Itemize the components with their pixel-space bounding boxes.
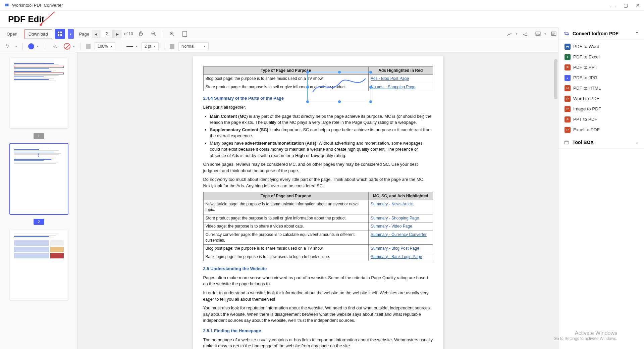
convert-item[interactable]: PWord to PDF bbox=[558, 93, 644, 104]
convert-item[interactable]: JPDF to JPG bbox=[558, 72, 644, 83]
minimize-button[interactable]: — bbox=[611, 3, 615, 8]
summary-link[interactable]: Summary - News Article bbox=[371, 202, 414, 206]
heading-251: 2.5.1 Finding the Homepage bbox=[203, 328, 433, 334]
svg-line-7 bbox=[154, 35, 156, 36]
link-ads-blog[interactable]: Ads - Blog Post Page bbox=[371, 76, 409, 81]
annotation-selection[interactable] bbox=[307, 72, 371, 102]
main-toolbar: Open Download ▾ Page ◂ ▸ of 10 ▾ ▾ ▾ ▾ bbox=[0, 28, 644, 40]
convert-panel-header[interactable]: Convert to/from PDF ⌃ bbox=[558, 28, 644, 40]
toolbox-icon bbox=[564, 140, 569, 145]
cursor-dropdown[interactable]: ▾ bbox=[15, 45, 17, 48]
scrollbar[interactable] bbox=[554, 59, 557, 99]
right-panel: Convert to/from PDF ⌃ WPDF to WordXPDF t… bbox=[558, 28, 644, 349]
titlebar: Workintool PDF Converter — ▢ ✕ bbox=[0, 0, 644, 11]
close-button[interactable]: ✕ bbox=[636, 3, 640, 8]
heading-25: 2.5 Understanding the Website bbox=[203, 266, 433, 272]
page-navigation: ◂ ▸ of 10 bbox=[92, 30, 133, 38]
secondary-toolbar: ▾ ▾ ▾ 100%▾ ▾ 2 pt▾ Normal▾ bbox=[0, 40, 644, 52]
canvas-area[interactable]: Type of Page and PurposeAds Highlighted … bbox=[78, 52, 558, 349]
summary-link[interactable]: Summary - Bank Login Page bbox=[371, 254, 422, 259]
convert-item[interactable]: PPDF to PPT bbox=[558, 62, 644, 72]
link-noads-shop[interactable]: No ads – Shopping Page bbox=[371, 85, 415, 89]
convert-item[interactable]: PExcel to PDF bbox=[558, 124, 644, 135]
page-label: Page bbox=[79, 32, 89, 37]
stroke-style-dropdown[interactable]: ▾ bbox=[136, 45, 138, 48]
thumbnail-panel: 1 ⌇ 2 bbox=[0, 52, 78, 349]
bullet-list: Main Content (MC) is any part of the pag… bbox=[210, 113, 433, 159]
page-count-label: of 10 bbox=[124, 32, 133, 36]
freehand-scribble bbox=[308, 72, 371, 102]
thumbnail-dropdown[interactable]: ▾ bbox=[68, 29, 74, 39]
page-layout-button[interactable] bbox=[180, 29, 190, 39]
cursor-icon bbox=[5, 44, 10, 49]
table-2: Type of Page and PurposeMC, SC, and Ads … bbox=[203, 192, 433, 261]
page-header: PDF Edit bbox=[0, 11, 644, 28]
thumbnail-2[interactable]: ⌇ bbox=[10, 144, 68, 214]
svg-rect-2 bbox=[58, 32, 59, 33]
paragraph: Let's put it all together. bbox=[203, 104, 433, 111]
zoom-out-icon bbox=[151, 31, 157, 37]
thumbnail-1[interactable] bbox=[10, 58, 68, 128]
blend-mode-select[interactable]: Normal▾ bbox=[178, 42, 209, 50]
toolbox-panel-header[interactable]: Tool BOX ⌄ bbox=[558, 136, 644, 149]
fill-dropdown[interactable]: ▾ bbox=[37, 45, 39, 48]
signature-button[interactable] bbox=[520, 29, 530, 39]
cursor-tool-button[interactable] bbox=[3, 41, 13, 51]
summary-link[interactable]: Summary - Currency Converter bbox=[371, 232, 427, 237]
convert-item[interactable]: XPDF to Excel bbox=[558, 52, 644, 62]
pdf-page: Type of Page and PurposeAds Highlighted … bbox=[193, 56, 443, 349]
convert-item[interactable]: PImage to PDF bbox=[558, 104, 644, 114]
download-button[interactable]: Download bbox=[24, 29, 52, 39]
stroke-width-select[interactable]: 2 pt▾ bbox=[142, 42, 159, 50]
fill-bucket-button[interactable] bbox=[50, 41, 60, 51]
next-page-button[interactable]: ▸ bbox=[113, 30, 121, 38]
svg-line-10 bbox=[173, 35, 174, 36]
thumbnail-2-label: 2 bbox=[34, 219, 44, 225]
blend-swatch[interactable] bbox=[170, 44, 174, 49]
convert-list: WPDF to WordXPDF to ExcelPPDF to PPTJPDF… bbox=[558, 40, 644, 136]
svg-point-32 bbox=[56, 47, 57, 48]
zoom-out-button[interactable] bbox=[149, 29, 159, 39]
summary-link[interactable]: Summary - Shopping Page bbox=[371, 216, 419, 220]
convert-item[interactable]: WPDF to Word bbox=[558, 41, 644, 52]
thumbnail-3[interactable] bbox=[10, 230, 68, 300]
pen-tool-button[interactable] bbox=[504, 29, 515, 39]
nofill-dropdown[interactable]: ▾ bbox=[73, 45, 75, 48]
pen-dropdown[interactable]: ▾ bbox=[516, 32, 518, 36]
pen-icon bbox=[506, 31, 513, 37]
image-dropdown[interactable]: ▾ bbox=[544, 32, 546, 36]
open-button[interactable]: Open bbox=[3, 30, 21, 39]
fill-color-swatch[interactable] bbox=[28, 43, 34, 49]
maximize-button[interactable]: ▢ bbox=[624, 3, 628, 8]
app-title: Workintool PDF Converter bbox=[12, 3, 611, 8]
current-page-input[interactable] bbox=[101, 30, 113, 38]
prev-page-button[interactable]: ◂ bbox=[92, 30, 100, 38]
pan-tool-button[interactable] bbox=[136, 29, 146, 39]
opacity-swatch[interactable] bbox=[86, 44, 91, 49]
single-page-icon bbox=[182, 31, 187, 37]
hand-icon bbox=[138, 31, 144, 37]
convert-icon bbox=[564, 31, 569, 36]
thumbnail-toggle-button[interactable] bbox=[55, 29, 65, 39]
no-fill-button[interactable] bbox=[64, 43, 70, 50]
convert-item[interactable]: PPPT to PDF bbox=[558, 114, 644, 124]
summary-link[interactable]: Summary - Blog Post Page bbox=[371, 246, 419, 251]
paragraph: You must also look for reputation inform… bbox=[203, 305, 433, 324]
summary-link[interactable]: Summary - Video Page bbox=[371, 224, 412, 229]
zoom-in-icon bbox=[169, 31, 175, 37]
paragraph: On some pages, reviews may be considered… bbox=[203, 161, 433, 174]
page-title: PDF Edit bbox=[8, 14, 44, 24]
image-button[interactable] bbox=[533, 29, 543, 39]
paragraph: Do not worry too much about identifying … bbox=[203, 177, 433, 189]
zoom-select[interactable]: 100%▾ bbox=[95, 42, 115, 50]
bucket-icon bbox=[52, 44, 57, 49]
convert-item[interactable]: HPDF to HTML bbox=[558, 83, 644, 93]
text-button[interactable] bbox=[549, 29, 559, 39]
svg-rect-33 bbox=[565, 141, 569, 144]
thumbnail-1-label: 1 bbox=[34, 133, 44, 139]
grid-icon bbox=[57, 31, 63, 37]
svg-rect-3 bbox=[60, 32, 62, 33]
svg-rect-13 bbox=[183, 31, 187, 37]
workspace: 1 ⌇ 2 Type of Page and PurposeAds Highli… bbox=[0, 52, 558, 349]
zoom-in-button[interactable] bbox=[167, 29, 177, 39]
